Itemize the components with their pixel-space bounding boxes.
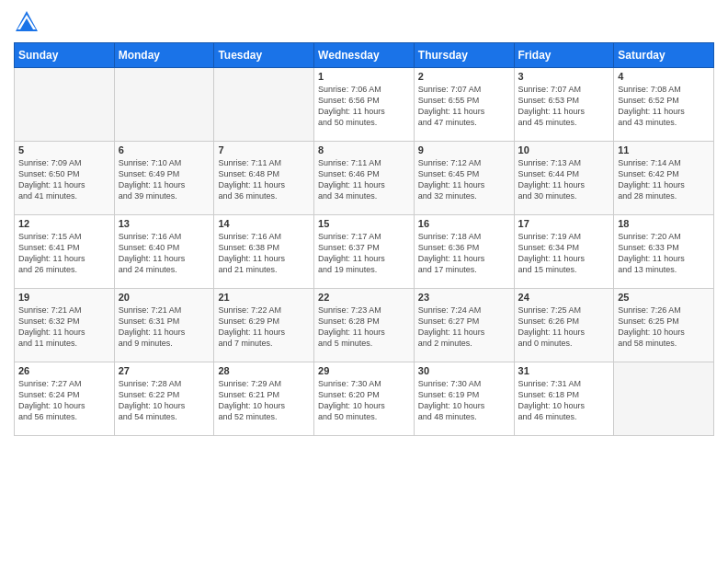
header <box>14 9 714 35</box>
day-number: 31 <box>518 365 610 376</box>
day-info: Sunrise: 7:15 AM Sunset: 6:41 PM Dayligh… <box>18 231 110 276</box>
day-info: Sunrise: 7:29 AM Sunset: 6:21 PM Dayligh… <box>218 378 310 423</box>
day-info: Sunrise: 7:21 AM Sunset: 6:31 PM Dayligh… <box>119 304 210 350</box>
calendar-day-header: Friday <box>514 43 614 68</box>
calendar-week-row: 12Sunrise: 7:15 AM Sunset: 6:41 PM Dayli… <box>15 215 714 289</box>
day-info: Sunrise: 7:26 AM Sunset: 6:25 PM Dayligh… <box>618 304 710 350</box>
day-info: Sunrise: 7:17 AM Sunset: 6:37 PM Dayligh… <box>318 231 410 276</box>
day-number: 7 <box>218 144 310 155</box>
calendar-cell: 5Sunrise: 7:09 AM Sunset: 6:50 PM Daylig… <box>15 142 115 215</box>
day-number: 14 <box>218 218 310 229</box>
day-number: 17 <box>518 218 610 229</box>
day-info: Sunrise: 7:16 AM Sunset: 6:40 PM Dayligh… <box>119 231 210 276</box>
calendar-day-header: Tuesday <box>214 43 314 68</box>
calendar-week-row: 5Sunrise: 7:09 AM Sunset: 6:50 PM Daylig… <box>15 142 714 215</box>
day-number: 1 <box>318 71 410 82</box>
day-number: 16 <box>418 218 510 229</box>
calendar-cell: 26Sunrise: 7:27 AM Sunset: 6:24 PM Dayli… <box>15 362 115 436</box>
day-number: 26 <box>18 365 110 376</box>
day-info: Sunrise: 7:07 AM Sunset: 6:55 PM Dayligh… <box>418 84 510 129</box>
day-info: Sunrise: 7:19 AM Sunset: 6:34 PM Dayligh… <box>518 231 610 276</box>
day-number: 11 <box>618 144 710 155</box>
day-info: Sunrise: 7:10 AM Sunset: 6:49 PM Dayligh… <box>119 157 210 202</box>
day-number: 15 <box>318 218 410 229</box>
calendar-week-row: 1Sunrise: 7:06 AM Sunset: 6:56 PM Daylig… <box>15 68 714 142</box>
day-info: Sunrise: 7:25 AM Sunset: 6:26 PM Dayligh… <box>518 304 610 350</box>
calendar: SundayMondayTuesdayWednesdayThursdayFrid… <box>14 42 714 436</box>
calendar-cell: 21Sunrise: 7:22 AM Sunset: 6:29 PM Dayli… <box>214 289 314 362</box>
day-info: Sunrise: 7:30 AM Sunset: 6:19 PM Dayligh… <box>418 378 510 423</box>
calendar-cell: 31Sunrise: 7:31 AM Sunset: 6:18 PM Dayli… <box>514 362 614 436</box>
calendar-cell: 8Sunrise: 7:11 AM Sunset: 6:46 PM Daylig… <box>314 142 415 215</box>
calendar-cell <box>214 68 314 142</box>
calendar-cell: 9Sunrise: 7:12 AM Sunset: 6:45 PM Daylig… <box>414 142 514 215</box>
day-number: 2 <box>418 71 510 82</box>
day-info: Sunrise: 7:18 AM Sunset: 6:36 PM Dayligh… <box>418 231 510 276</box>
day-number: 12 <box>18 218 110 229</box>
day-info: Sunrise: 7:09 AM Sunset: 6:50 PM Dayligh… <box>18 157 110 202</box>
day-number: 4 <box>618 71 710 82</box>
day-number: 3 <box>518 71 610 82</box>
calendar-cell: 11Sunrise: 7:14 AM Sunset: 6:42 PM Dayli… <box>614 142 714 215</box>
calendar-cell: 6Sunrise: 7:10 AM Sunset: 6:49 PM Daylig… <box>114 142 214 215</box>
calendar-cell: 12Sunrise: 7:15 AM Sunset: 6:41 PM Dayli… <box>15 215 115 289</box>
day-number: 6 <box>119 144 210 155</box>
calendar-cell: 20Sunrise: 7:21 AM Sunset: 6:31 PM Dayli… <box>114 289 214 362</box>
calendar-day-header: Sunday <box>15 43 115 68</box>
logo-icon <box>14 9 40 35</box>
calendar-cell: 25Sunrise: 7:26 AM Sunset: 6:25 PM Dayli… <box>614 289 714 362</box>
day-info: Sunrise: 7:11 AM Sunset: 6:48 PM Dayligh… <box>218 157 310 202</box>
calendar-day-header: Wednesday <box>314 43 415 68</box>
calendar-cell <box>114 68 214 142</box>
calendar-cell: 7Sunrise: 7:11 AM Sunset: 6:48 PM Daylig… <box>214 142 314 215</box>
calendar-day-header: Saturday <box>614 43 714 68</box>
calendar-cell: 24Sunrise: 7:25 AM Sunset: 6:26 PM Dayli… <box>514 289 614 362</box>
calendar-cell: 14Sunrise: 7:16 AM Sunset: 6:38 PM Dayli… <box>214 215 314 289</box>
day-number: 21 <box>218 292 310 303</box>
day-info: Sunrise: 7:06 AM Sunset: 6:56 PM Dayligh… <box>318 84 410 129</box>
calendar-cell <box>614 362 714 436</box>
day-number: 9 <box>418 144 510 155</box>
calendar-cell: 16Sunrise: 7:18 AM Sunset: 6:36 PM Dayli… <box>414 215 514 289</box>
day-number: 13 <box>119 218 210 229</box>
day-info: Sunrise: 7:12 AM Sunset: 6:45 PM Dayligh… <box>418 157 510 202</box>
day-number: 5 <box>18 144 110 155</box>
day-info: Sunrise: 7:07 AM Sunset: 6:53 PM Dayligh… <box>518 84 610 129</box>
calendar-cell: 1Sunrise: 7:06 AM Sunset: 6:56 PM Daylig… <box>314 68 415 142</box>
day-info: Sunrise: 7:11 AM Sunset: 6:46 PM Dayligh… <box>318 157 410 202</box>
day-info: Sunrise: 7:16 AM Sunset: 6:38 PM Dayligh… <box>218 231 310 276</box>
day-info: Sunrise: 7:14 AM Sunset: 6:42 PM Dayligh… <box>618 157 710 202</box>
calendar-cell: 13Sunrise: 7:16 AM Sunset: 6:40 PM Dayli… <box>114 215 214 289</box>
calendar-week-row: 26Sunrise: 7:27 AM Sunset: 6:24 PM Dayli… <box>15 362 714 436</box>
day-info: Sunrise: 7:27 AM Sunset: 6:24 PM Dayligh… <box>18 378 110 423</box>
calendar-cell: 23Sunrise: 7:24 AM Sunset: 6:27 PM Dayli… <box>414 289 514 362</box>
day-number: 8 <box>318 144 410 155</box>
calendar-cell: 30Sunrise: 7:30 AM Sunset: 6:19 PM Dayli… <box>414 362 514 436</box>
calendar-cell: 28Sunrise: 7:29 AM Sunset: 6:21 PM Dayli… <box>214 362 314 436</box>
day-info: Sunrise: 7:30 AM Sunset: 6:20 PM Dayligh… <box>318 378 410 423</box>
calendar-cell: 3Sunrise: 7:07 AM Sunset: 6:53 PM Daylig… <box>514 68 614 142</box>
calendar-cell: 19Sunrise: 7:21 AM Sunset: 6:32 PM Dayli… <box>15 289 115 362</box>
calendar-cell: 22Sunrise: 7:23 AM Sunset: 6:28 PM Dayli… <box>314 289 415 362</box>
day-number: 25 <box>618 292 710 303</box>
day-number: 19 <box>18 292 110 303</box>
calendar-cell: 17Sunrise: 7:19 AM Sunset: 6:34 PM Dayli… <box>514 215 614 289</box>
page: SundayMondayTuesdayWednesdayThursdayFrid… <box>0 0 728 563</box>
day-number: 18 <box>618 218 710 229</box>
day-info: Sunrise: 7:22 AM Sunset: 6:29 PM Dayligh… <box>218 304 310 350</box>
day-number: 30 <box>418 365 510 376</box>
calendar-cell: 10Sunrise: 7:13 AM Sunset: 6:44 PM Dayli… <box>514 142 614 215</box>
calendar-cell: 2Sunrise: 7:07 AM Sunset: 6:55 PM Daylig… <box>414 68 514 142</box>
day-number: 22 <box>318 292 410 303</box>
calendar-day-header: Thursday <box>414 43 514 68</box>
day-info: Sunrise: 7:08 AM Sunset: 6:52 PM Dayligh… <box>618 84 710 129</box>
calendar-cell: 18Sunrise: 7:20 AM Sunset: 6:33 PM Dayli… <box>614 215 714 289</box>
day-info: Sunrise: 7:31 AM Sunset: 6:18 PM Dayligh… <box>518 378 610 423</box>
day-info: Sunrise: 7:20 AM Sunset: 6:33 PM Dayligh… <box>618 231 710 276</box>
calendar-cell: 15Sunrise: 7:17 AM Sunset: 6:37 PM Dayli… <box>314 215 415 289</box>
day-info: Sunrise: 7:23 AM Sunset: 6:28 PM Dayligh… <box>318 304 410 350</box>
calendar-cell: 4Sunrise: 7:08 AM Sunset: 6:52 PM Daylig… <box>614 68 714 142</box>
day-info: Sunrise: 7:13 AM Sunset: 6:44 PM Dayligh… <box>518 157 610 202</box>
day-info: Sunrise: 7:21 AM Sunset: 6:32 PM Dayligh… <box>18 304 110 350</box>
calendar-cell: 27Sunrise: 7:28 AM Sunset: 6:22 PM Dayli… <box>114 362 214 436</box>
